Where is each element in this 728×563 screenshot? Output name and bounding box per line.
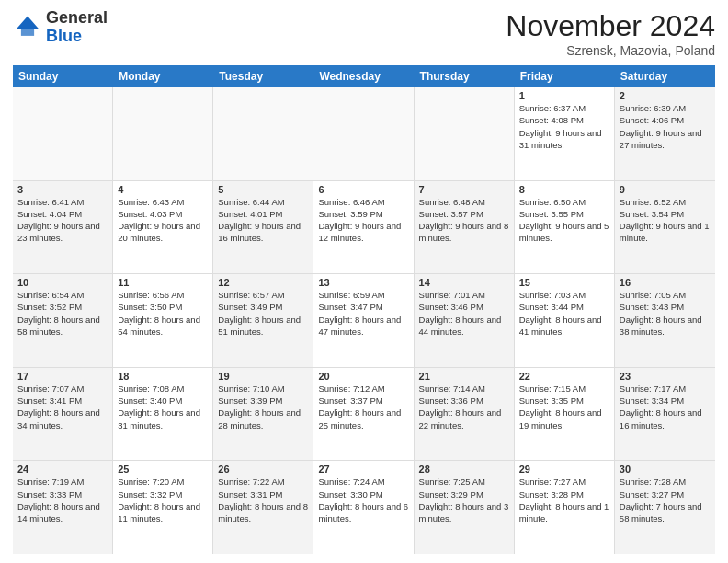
day-cell-5: 5Sunrise: 6:44 AMSunset: 4:01 PMDaylight… <box>213 181 313 274</box>
logo-blue: Blue <box>46 27 82 45</box>
day-number: 8 <box>519 184 609 195</box>
location: Szrensk, Mazovia, Poland <box>506 43 715 58</box>
day-number: 28 <box>419 464 509 475</box>
day-cell-7: 7Sunrise: 6:48 AMSunset: 3:57 PMDaylight… <box>415 181 515 274</box>
logo-general: General <box>46 8 108 27</box>
header-day-sunday: Sunday <box>13 65 113 87</box>
day-info: Sunrise: 7:27 AMSunset: 3:28 PMDaylight:… <box>519 476 609 524</box>
day-info: Sunrise: 6:52 AMSunset: 3:54 PMDaylight:… <box>620 196 711 245</box>
day-cell-3: 3Sunrise: 6:41 AMSunset: 4:04 PMDaylight… <box>13 181 113 274</box>
header-day-monday: Monday <box>113 65 213 87</box>
logo-text: General Blue <box>46 9 108 46</box>
day-number: 5 <box>218 184 308 195</box>
calendar-week-4: 17Sunrise: 7:07 AMSunset: 3:41 PMDayligh… <box>13 368 715 462</box>
day-cell-29: 29Sunrise: 7:27 AMSunset: 3:28 PMDayligh… <box>515 461 615 554</box>
calendar-body: 1Sunrise: 6:37 AMSunset: 4:08 PMDaylight… <box>13 87 715 554</box>
day-cell-8: 8Sunrise: 6:50 AMSunset: 3:55 PMDaylight… <box>515 181 615 274</box>
day-number: 2 <box>620 90 711 101</box>
empty-cell <box>113 87 213 180</box>
day-cell-10: 10Sunrise: 6:54 AMSunset: 3:52 PMDayligh… <box>13 274 113 367</box>
day-cell-28: 28Sunrise: 7:25 AMSunset: 3:29 PMDayligh… <box>415 461 515 554</box>
day-number: 21 <box>419 371 509 382</box>
logo: General Blue <box>13 9 108 46</box>
day-info: Sunrise: 7:19 AMSunset: 3:33 PMDaylight:… <box>17 476 108 524</box>
calendar-week-5: 24Sunrise: 7:19 AMSunset: 3:33 PMDayligh… <box>13 461 715 554</box>
day-number: 10 <box>17 277 108 288</box>
day-number: 27 <box>318 464 408 475</box>
header-day-tuesday: Tuesday <box>213 65 313 87</box>
day-number: 23 <box>620 371 711 382</box>
day-number: 25 <box>118 464 208 475</box>
empty-cell <box>313 87 414 180</box>
day-cell-30: 30Sunrise: 7:28 AMSunset: 3:27 PMDayligh… <box>615 461 715 554</box>
day-number: 1 <box>519 90 609 101</box>
header-day-friday: Friday <box>515 65 615 87</box>
empty-cell <box>13 87 113 180</box>
day-info: Sunrise: 6:46 AMSunset: 3:59 PMDaylight:… <box>318 196 408 245</box>
day-number: 4 <box>118 184 208 195</box>
day-cell-24: 24Sunrise: 7:19 AMSunset: 3:33 PMDayligh… <box>13 461 113 554</box>
day-info: Sunrise: 6:54 AMSunset: 3:52 PMDaylight:… <box>17 289 108 338</box>
header-day-thursday: Thursday <box>415 65 515 87</box>
calendar: SundayMondayTuesdayWednesdayThursdayFrid… <box>13 65 715 554</box>
day-info: Sunrise: 7:03 AMSunset: 3:44 PMDaylight:… <box>519 289 609 338</box>
calendar-week-2: 3Sunrise: 6:41 AMSunset: 4:04 PMDaylight… <box>13 181 715 275</box>
day-cell-18: 18Sunrise: 7:08 AMSunset: 3:40 PMDayligh… <box>113 368 213 461</box>
day-info: Sunrise: 7:20 AMSunset: 3:32 PMDaylight:… <box>118 476 208 524</box>
day-number: 9 <box>620 184 711 195</box>
day-cell-23: 23Sunrise: 7:17 AMSunset: 3:34 PMDayligh… <box>615 368 715 461</box>
day-cell-27: 27Sunrise: 7:24 AMSunset: 3:30 PMDayligh… <box>313 461 414 554</box>
day-cell-6: 6Sunrise: 6:46 AMSunset: 3:59 PMDaylight… <box>313 181 414 274</box>
day-info: Sunrise: 7:05 AMSunset: 3:43 PMDaylight:… <box>620 289 711 338</box>
day-info: Sunrise: 7:24 AMSunset: 3:30 PMDaylight:… <box>318 476 408 524</box>
day-number: 20 <box>318 371 408 382</box>
day-info: Sunrise: 7:22 AMSunset: 3:31 PMDaylight:… <box>218 476 308 524</box>
day-number: 11 <box>118 277 208 288</box>
day-info: Sunrise: 7:25 AMSunset: 3:29 PMDaylight:… <box>419 476 509 524</box>
day-number: 13 <box>318 277 408 288</box>
header-day-wednesday: Wednesday <box>313 65 414 87</box>
title-block: November 2024 Szrensk, Mazovia, Poland <box>506 9 715 58</box>
day-cell-26: 26Sunrise: 7:22 AMSunset: 3:31 PMDayligh… <box>213 461 313 554</box>
day-cell-1: 1Sunrise: 6:37 AMSunset: 4:08 PMDaylight… <box>515 87 615 180</box>
day-info: Sunrise: 7:17 AMSunset: 3:34 PMDaylight:… <box>620 383 711 431</box>
day-number: 22 <box>519 371 609 382</box>
logo-icon <box>13 13 42 42</box>
day-cell-17: 17Sunrise: 7:07 AMSunset: 3:41 PMDayligh… <box>13 368 113 461</box>
day-number: 19 <box>218 371 308 382</box>
day-number: 15 <box>519 277 609 288</box>
day-info: Sunrise: 6:44 AMSunset: 4:01 PMDaylight:… <box>218 196 308 245</box>
header: General Blue November 2024 Szrensk, Mazo… <box>13 9 715 58</box>
day-number: 17 <box>17 371 108 382</box>
day-cell-21: 21Sunrise: 7:14 AMSunset: 3:36 PMDayligh… <box>415 368 515 461</box>
day-cell-16: 16Sunrise: 7:05 AMSunset: 3:43 PMDayligh… <box>615 274 715 367</box>
day-number: 18 <box>118 371 208 382</box>
day-info: Sunrise: 6:56 AMSunset: 3:50 PMDaylight:… <box>118 289 208 338</box>
day-number: 29 <box>519 464 609 475</box>
day-info: Sunrise: 7:01 AMSunset: 3:46 PMDaylight:… <box>419 289 509 338</box>
day-info: Sunrise: 7:12 AMSunset: 3:37 PMDaylight:… <box>318 383 408 431</box>
day-number: 3 <box>17 184 108 195</box>
day-number: 14 <box>419 277 509 288</box>
page: General Blue November 2024 Szrensk, Mazo… <box>0 0 728 563</box>
day-cell-9: 9Sunrise: 6:52 AMSunset: 3:54 PMDaylight… <box>615 181 715 274</box>
day-info: Sunrise: 6:50 AMSunset: 3:55 PMDaylight:… <box>519 196 609 245</box>
day-number: 12 <box>218 277 308 288</box>
svg-marker-0 <box>17 16 40 29</box>
day-cell-4: 4Sunrise: 6:43 AMSunset: 4:03 PMDaylight… <box>113 181 213 274</box>
day-cell-13: 13Sunrise: 6:59 AMSunset: 3:47 PMDayligh… <box>313 274 414 367</box>
day-cell-12: 12Sunrise: 6:57 AMSunset: 3:49 PMDayligh… <box>213 274 313 367</box>
day-cell-15: 15Sunrise: 7:03 AMSunset: 3:44 PMDayligh… <box>515 274 615 367</box>
day-info: Sunrise: 6:37 AMSunset: 4:08 PMDaylight:… <box>519 102 609 151</box>
day-number: 30 <box>620 464 711 475</box>
day-info: Sunrise: 6:41 AMSunset: 4:04 PMDaylight:… <box>17 196 108 245</box>
day-number: 7 <box>419 184 509 195</box>
day-number: 24 <box>17 464 108 475</box>
day-cell-2: 2Sunrise: 6:39 AMSunset: 4:06 PMDaylight… <box>615 87 715 180</box>
month-title: November 2024 <box>506 9 715 43</box>
svg-rect-1 <box>21 29 34 36</box>
calendar-header: SundayMondayTuesdayWednesdayThursdayFrid… <box>13 65 715 87</box>
day-cell-11: 11Sunrise: 6:56 AMSunset: 3:50 PMDayligh… <box>113 274 213 367</box>
day-cell-25: 25Sunrise: 7:20 AMSunset: 3:32 PMDayligh… <box>113 461 213 554</box>
day-cell-19: 19Sunrise: 7:10 AMSunset: 3:39 PMDayligh… <box>213 368 313 461</box>
